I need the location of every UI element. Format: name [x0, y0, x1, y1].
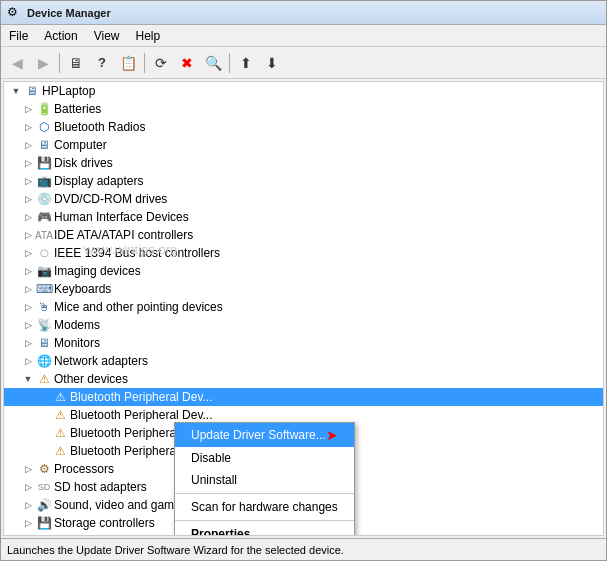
hid-icon: 🎮 [36, 209, 52, 225]
other-expand: ▼ [20, 371, 36, 387]
ctx-scan[interactable]: Scan for hardware changes [175, 496, 354, 518]
tree-item-batteries[interactable]: ▷ 🔋 Batteries [4, 100, 603, 118]
tree-item-ieee[interactable]: ▷ ⎔ IEEE 1394 Bus host controllers [4, 244, 603, 262]
tree-item-bt-peripheral-1[interactable]: ▷ ⚠ Bluetooth Peripheral Dev... [4, 388, 603, 406]
root-icon: 🖥 [24, 83, 40, 99]
ctx-uninstall-label: Uninstall [191, 473, 237, 487]
tree-item-display[interactable]: ▷ 📺 Display adapters [4, 172, 603, 190]
computer-icon: 🖥 [36, 137, 52, 153]
tree-item-bluetooth-radios[interactable]: ▷ ⬡ Bluetooth Radios [4, 118, 603, 136]
context-menu: Update Driver Software... ➤ Disable Unin… [174, 422, 355, 536]
menu-view[interactable]: View [86, 27, 128, 45]
scan-button[interactable]: 🔍 [201, 51, 225, 75]
toolbar-sep-3 [229, 53, 230, 73]
device-tree-panel[interactable]: ▼ 🖥 HPLaptop ▷ 🔋 Batteries ▷ ⬡ Bluetooth… [3, 81, 604, 536]
ide-label: IDE ATA/ATAPI controllers [54, 228, 193, 242]
ide-icon: ATA [36, 227, 52, 243]
batteries-icon: 🔋 [36, 101, 52, 117]
ctx-separator-1 [175, 493, 354, 494]
properties-button[interactable]: 📋 [116, 51, 140, 75]
tree-item-monitors[interactable]: ▷ 🖥 Monitors [4, 334, 603, 352]
ctx-scan-label: Scan for hardware changes [191, 500, 338, 514]
menu-action[interactable]: Action [36, 27, 85, 45]
keyboards-label: Keyboards [54, 282, 111, 296]
ctx-properties[interactable]: Properties [175, 523, 354, 536]
toolbar-sep-1 [59, 53, 60, 73]
tree-item-keyboards[interactable]: ▷ ⌨ Keyboards [4, 280, 603, 298]
mice-label: Mice and other pointing devices [54, 300, 223, 314]
menu-help[interactable]: Help [128, 27, 169, 45]
toolbar-sep-2 [144, 53, 145, 73]
ctx-update-driver-label: Update Driver Software... [191, 428, 326, 442]
menu-file[interactable]: File [1, 27, 36, 45]
ctx-disable[interactable]: Disable [175, 447, 354, 469]
storage-label: Storage controllers [54, 516, 155, 530]
computer-label: Computer [54, 138, 107, 152]
update-driver-button[interactable]: ⬆ [234, 51, 258, 75]
device-manager-window: ⚙ Device Manager File Action View Help ◀… [0, 0, 607, 561]
mice-icon: 🖱 [36, 299, 52, 315]
display-expand: ▷ [20, 173, 36, 189]
imaging-expand: ▷ [20, 263, 36, 279]
tree-root[interactable]: ▼ 🖥 HPLaptop [4, 82, 603, 100]
bt-p1-icon: ⚠ [52, 389, 68, 405]
system-label: System devices [54, 534, 138, 536]
delete-button[interactable]: ✖ [175, 51, 199, 75]
network-label: Network adapters [54, 354, 148, 368]
monitors-icon: 🖥 [36, 335, 52, 351]
keyboards-expand: ▷ [20, 281, 36, 297]
window-title: Device Manager [27, 7, 111, 19]
tree-item-imaging[interactable]: ▷ 📷 Imaging devices [4, 262, 603, 280]
tree-item-computer[interactable]: ▷ 🖥 Computer [4, 136, 603, 154]
other-icon: ⚠ [36, 371, 52, 387]
sd-label: SD host adapters [54, 480, 147, 494]
hid-label: Human Interface Devices [54, 210, 189, 224]
main-area: ▼ 🖥 HPLaptop ▷ 🔋 Batteries ▷ ⬡ Bluetooth… [1, 79, 606, 538]
ieee-label: IEEE 1394 Bus host controllers [54, 246, 220, 260]
ctx-arrow-icon: ➤ [326, 427, 338, 443]
tree-item-modems[interactable]: ▷ 📡 Modems [4, 316, 603, 334]
dvd-label: DVD/CD-ROM drives [54, 192, 167, 206]
refresh-button[interactable]: ⟳ [149, 51, 173, 75]
storage-icon: 💾 [36, 515, 52, 531]
tree-item-ide[interactable]: ▷ ATA IDE ATA/ATAPI controllers [4, 226, 603, 244]
computer-button[interactable]: 🖥 [64, 51, 88, 75]
bt-radios-expand: ▷ [20, 119, 36, 135]
disk-label: Disk drives [54, 156, 113, 170]
disk-icon: 💾 [36, 155, 52, 171]
status-bar: Launches the Update Driver Software Wiza… [1, 538, 606, 560]
dvd-icon: 💿 [36, 191, 52, 207]
ctx-update-driver[interactable]: Update Driver Software... ➤ [175, 423, 354, 447]
proc-icon: ⚙ [36, 461, 52, 477]
ctx-properties-label: Properties [191, 527, 250, 536]
ieee-expand: ▷ [20, 245, 36, 261]
toolbar: ◀ ▶ 🖥 ? 📋 ⟳ ✖ 🔍 ⬆ ⬇ [1, 47, 606, 79]
modems-expand: ▷ [20, 317, 36, 333]
status-text: Launches the Update Driver Software Wiza… [7, 544, 344, 556]
tree-item-dvd[interactable]: ▷ 💿 DVD/CD-ROM drives [4, 190, 603, 208]
ieee-icon: ⎔ [36, 245, 52, 261]
batteries-label: Batteries [54, 102, 101, 116]
tree-item-hid[interactable]: ▷ 🎮 Human Interface Devices [4, 208, 603, 226]
sound-expand: ▷ [20, 497, 36, 513]
back-button[interactable]: ◀ [5, 51, 29, 75]
sd-expand: ▷ [20, 479, 36, 495]
tree-item-other[interactable]: ▼ ⚠ Other devices [4, 370, 603, 388]
mice-expand: ▷ [20, 299, 36, 315]
rollback-button[interactable]: ⬇ [260, 51, 284, 75]
modems-label: Modems [54, 318, 100, 332]
help-button[interactable]: ? [90, 51, 114, 75]
imaging-icon: 📷 [36, 263, 52, 279]
tree-item-mice[interactable]: ▷ 🖱 Mice and other pointing devices [4, 298, 603, 316]
ctx-uninstall[interactable]: Uninstall [175, 469, 354, 491]
system-icon: 🖥 [36, 533, 52, 536]
display-icon: 📺 [36, 173, 52, 189]
imaging-label: Imaging devices [54, 264, 141, 278]
bt-p1-label: Bluetooth Peripheral Dev... [70, 390, 213, 404]
batteries-expand: ▷ [20, 101, 36, 117]
forward-button[interactable]: ▶ [31, 51, 55, 75]
tree-item-disk[interactable]: ▷ 💾 Disk drives [4, 154, 603, 172]
tree-item-network[interactable]: ▷ 🌐 Network adapters [4, 352, 603, 370]
monitors-expand: ▷ [20, 335, 36, 351]
proc-expand: ▷ [20, 461, 36, 477]
